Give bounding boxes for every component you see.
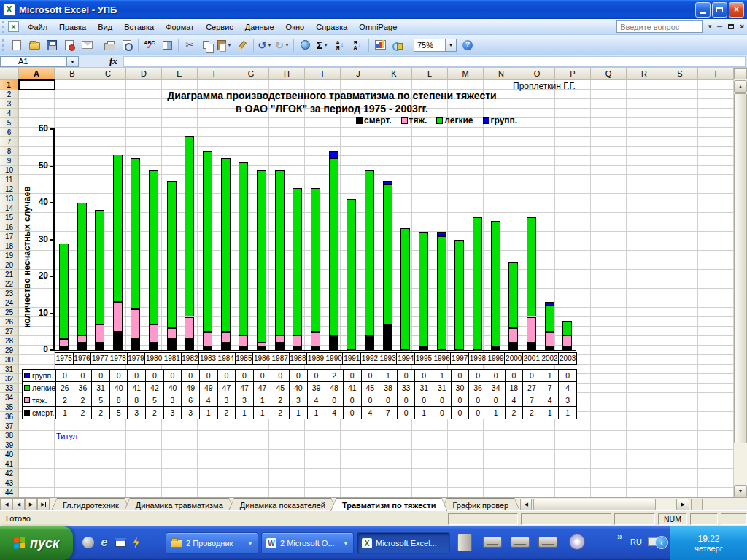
tab-График провер[interactable]: График провер [441, 498, 520, 511]
bar-segment-смерт.-1978[interactable] [113, 332, 123, 350]
redo-button[interactable]: ↻▼ [274, 37, 290, 53]
bar-segment-смерт.-1989[interactable] [311, 346, 320, 350]
bar-segment-смерт.-2002[interactable] [545, 346, 554, 350]
bar-segment-тяж.-1975[interactable] [59, 339, 69, 346]
row-header-3[interactable]: 3 [0, 99, 19, 109]
column-header-L[interactable]: L [412, 68, 448, 80]
row-header-21[interactable]: 21 [0, 270, 19, 279]
bar-segment-легкие-1985[interactable] [239, 162, 248, 335]
bar-segment-легкие-1998[interactable] [473, 217, 482, 350]
close-button[interactable]: × [729, 2, 744, 18]
row-header-17[interactable]: 17 [0, 232, 19, 241]
bar-segment-легкие-1993[interactable] [383, 184, 392, 324]
formula-input[interactable] [123, 56, 746, 67]
row-header-2[interactable]: 2 [0, 90, 19, 99]
chart-title-line1[interactable]: Диаграмма производственного травматизма … [55, 90, 609, 101]
row-header-32[interactable]: 32 [0, 374, 19, 384]
bar-segment-легкие-1990[interactable] [329, 158, 338, 335]
row-header-39[interactable]: 39 [0, 440, 19, 450]
legend-item-легкие[interactable]: легкие [436, 115, 473, 125]
worksheet-grid[interactable] [19, 80, 734, 497]
bar-segment-легкие-1975[interactable] [59, 244, 69, 339]
row-header-34[interactable]: 34 [0, 393, 19, 402]
row-header-25[interactable]: 25 [0, 308, 19, 317]
menu-item-Окно[interactable]: Окно [280, 20, 311, 34]
column-header-J[interactable]: J [341, 68, 376, 80]
paste-button[interactable]: ▼ [217, 37, 233, 53]
bar-segment-легкие-1984[interactable] [221, 158, 231, 331]
y-axis-title[interactable]: количество несчастных случаев [22, 164, 33, 350]
tab-Травматизм по тяжести[interactable]: Травматизм по тяжести [330, 498, 448, 511]
row-header-5[interactable]: 5 [0, 118, 19, 128]
sort-desc-button[interactable]: ЯА↓ [349, 37, 365, 53]
row-header-29[interactable]: 29 [0, 346, 19, 355]
column-header-F[interactable]: F [198, 68, 233, 80]
bar-segment-легкие-1994[interactable] [400, 228, 410, 350]
row-header-36[interactable]: 36 [0, 412, 19, 421]
workbook-close-button[interactable]: × [740, 23, 744, 31]
row-header-4[interactable]: 4 [0, 109, 19, 118]
row-header-11[interactable]: 11 [0, 175, 19, 184]
bar-segment-смерт.-1982[interactable] [185, 339, 194, 350]
column-header-E[interactable]: E [162, 68, 198, 80]
bar-segment-смерт.-1988[interactable] [293, 346, 302, 350]
bar-segment-смерт.-1975[interactable] [59, 346, 69, 350]
row-header-30[interactable]: 30 [0, 355, 19, 365]
tray-collapse-button[interactable]: ‹ [655, 536, 668, 549]
tab-Динамика показателей[interactable]: Динамика показателей [228, 498, 337, 511]
bar-segment-тяж.-1988[interactable] [293, 335, 302, 346]
help-button[interactable]: ? [460, 37, 476, 53]
chart-wizard-button[interactable] [372, 37, 388, 53]
spelling-button[interactable]: ABC✓ [142, 37, 158, 53]
row-header-37[interactable]: 37 [0, 421, 19, 431]
email-button[interactable] [79, 37, 95, 53]
taskbar-button-Microsoft Excel...[interactable]: XMicrosoft Excel... [357, 532, 450, 554]
column-header-M[interactable]: M [448, 68, 484, 80]
select-all-corner[interactable] [0, 68, 19, 80]
menu-item-Данные[interactable]: Данные [239, 20, 280, 34]
row-header-27[interactable]: 27 [0, 327, 19, 336]
bar-segment-легкие-1986[interactable] [257, 170, 266, 343]
vertical-scroll-thumb[interactable] [734, 93, 747, 443]
bar-segment-тяж.-1979[interactable] [131, 309, 140, 338]
row-header-18[interactable]: 18 [0, 241, 19, 251]
bar-segment-смерт.-1999[interactable] [491, 346, 500, 350]
row-header-38[interactable]: 38 [0, 431, 19, 440]
first-sheet-button[interactable]: ◀ [0, 498, 12, 510]
menu-item-Сервис[interactable]: Сервис [200, 20, 239, 34]
bar-segment-легкие-1979[interactable] [131, 158, 140, 309]
column-header-I[interactable]: I [305, 68, 341, 80]
row-header-10[interactable]: 10 [0, 166, 19, 175]
legend-item-смерт.[interactable]: смерт. [356, 115, 392, 125]
row-header-22[interactable]: 22 [0, 279, 19, 289]
bar-segment-групп.-1990[interactable] [329, 151, 338, 158]
workbook-restore-button[interactable] [728, 24, 734, 29]
zoom-dropdown-icon[interactable]: ▼ [446, 39, 457, 52]
workbook-minimize-button[interactable]: ─ [717, 23, 722, 31]
row-header-33[interactable]: 33 [0, 384, 19, 393]
question-dropdown-icon[interactable]: ▼ [707, 23, 713, 30]
column-header-O[interactable]: O [519, 68, 555, 80]
column-header-P[interactable]: P [555, 68, 591, 80]
winamp-icon[interactable] [130, 536, 143, 549]
print-preview-button[interactable] [119, 37, 135, 53]
next-sheet-button[interactable]: ▶ [25, 498, 37, 510]
x-axis-line[interactable] [53, 350, 576, 351]
zoom-combobox[interactable]: 75% ▼ [414, 39, 457, 52]
language-indicator[interactable]: RU [630, 537, 642, 546]
internet-explorer-icon[interactable]: e [98, 536, 111, 549]
active-cell-a1[interactable] [18, 79, 55, 90]
chart-title-line2[interactable]: в ОАО "ЛГОК" за период 1975 - 2003гг. [55, 103, 609, 114]
bar-segment-смерт.-1976[interactable] [77, 343, 87, 350]
copy-button[interactable] [199, 37, 215, 53]
zoom-value[interactable]: 75% [414, 39, 446, 52]
column-header-S[interactable]: S [662, 68, 698, 80]
hyperlink-button[interactable] [297, 37, 313, 53]
bar-segment-смерт.-1992[interactable] [365, 335, 374, 350]
bar-segment-смерт.-1990[interactable] [329, 335, 338, 350]
taskbar-button-dropdown-icon[interactable]: ▼ [343, 540, 349, 547]
horizontal-scroll-thumb[interactable] [533, 499, 656, 510]
column-header-H[interactable]: H [269, 68, 305, 80]
column-header-A[interactable]: A [19, 68, 55, 80]
bar-segment-групп.-2002[interactable] [545, 302, 554, 306]
